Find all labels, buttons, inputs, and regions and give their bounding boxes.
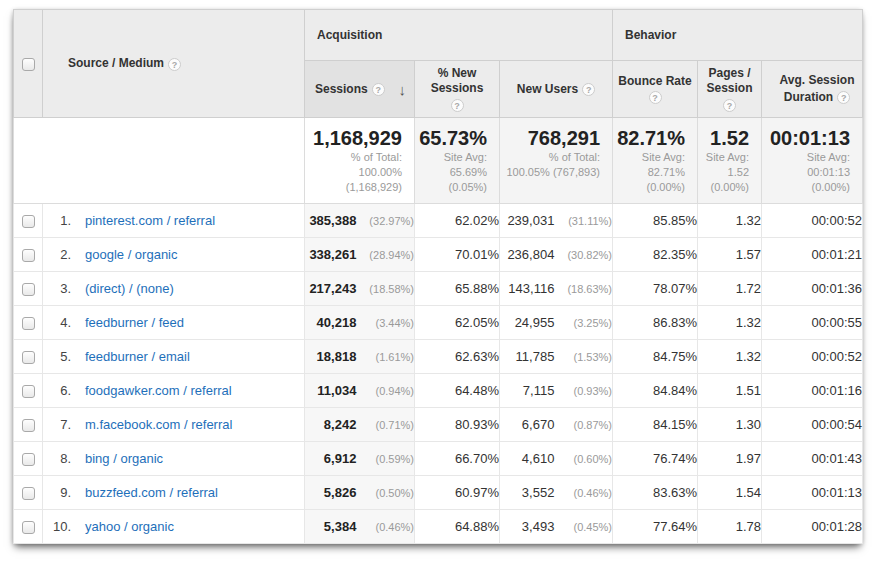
row-checkbox-cell (14, 373, 43, 407)
pct-new-sessions-cell: 64.48% (415, 373, 500, 407)
new-users-cell: 3,552 (0.46%) (500, 475, 613, 509)
row-checkbox[interactable] (22, 317, 35, 330)
source-medium-link[interactable]: buzzfeed.com / referral (85, 485, 218, 500)
pages-session-cell: 1.57 (698, 237, 762, 271)
table-row: 6.foodgawker.com / referral 11,034 (0.94… (14, 373, 863, 407)
table-row: 4.feedburner / feed 40,218 (3.44%) 62.05… (14, 305, 863, 339)
row-checkbox[interactable] (22, 385, 35, 398)
source-medium-link[interactable]: foodgawker.com / referral (85, 383, 232, 398)
row-checkbox[interactable] (22, 419, 35, 432)
table-row: 3.(direct) / (none) 217,243 (18.58%) 65.… (14, 271, 863, 305)
column-header-bounce-rate[interactable]: Bounce Rate ? (613, 61, 698, 118)
bounce-rate-cell: 82.35% (613, 237, 698, 271)
analytics-table: Source / Medium? Acquisition Behavior Se… (13, 9, 862, 544)
table-row: 2.google / organic 338,261 (28.94%) 70.0… (14, 237, 863, 271)
row-checkbox[interactable] (22, 283, 35, 296)
row-checkbox[interactable] (22, 351, 35, 364)
row-checkbox-cell (14, 339, 43, 373)
source-medium-link[interactable]: google / organic (85, 247, 178, 262)
select-all-checkbox[interactable] (22, 58, 35, 71)
row-checkbox-cell (14, 305, 43, 339)
source-medium-link[interactable]: bing / organic (85, 451, 163, 466)
new-users-percent: (0.45%) (558, 521, 612, 533)
bounce-rate-cell: 83.63% (613, 475, 698, 509)
summary-pct-new-sessions-value: 65.73% (419, 127, 487, 149)
sessions-percent: (0.71%) (360, 419, 414, 431)
bounce-rate-cell: 78.07% (613, 271, 698, 305)
new-users-value: 4,610 (522, 451, 555, 466)
summary-label-cell (14, 118, 305, 204)
help-icon[interactable]: ? (168, 58, 181, 71)
source-medium-link[interactable]: pinterest.com / referral (85, 213, 215, 228)
sessions-value: 5,826 (324, 485, 357, 500)
help-icon[interactable]: ? (372, 83, 385, 96)
new-users-cell: 24,955 (3.25%) (500, 305, 613, 339)
column-header-sessions[interactable]: Sessions? ↓ (305, 61, 415, 118)
sessions-value: 6,912 (324, 451, 357, 466)
source-medium-link[interactable]: feedburner / feed (85, 315, 184, 330)
sessions-value: 385,388 (309, 213, 356, 228)
row-rank: 2. (43, 247, 71, 262)
bounce-rate-cell: 84.84% (613, 373, 698, 407)
source-medium-cell: 6.foodgawker.com / referral (43, 373, 305, 407)
source-medium-link[interactable]: m.facebook.com / referral (85, 417, 232, 432)
source-medium-link[interactable]: feedburner / email (85, 349, 190, 364)
bounce-rate-label: Bounce Rate (618, 74, 691, 88)
source-medium-cell: 2.google / organic (43, 237, 305, 271)
sessions-percent: (0.94%) (360, 385, 414, 397)
sort-descending-icon: ↓ (399, 81, 407, 98)
source-medium-cell: 5.feedburner / email (43, 339, 305, 373)
row-rank: 3. (43, 281, 71, 296)
source-medium-link[interactable]: (direct) / (none) (85, 281, 174, 296)
sessions-percent: (1.61%) (360, 351, 414, 363)
summary-bounce-rate-value: 82.71% (617, 127, 685, 149)
help-icon[interactable]: ? (649, 91, 662, 104)
pct-new-sessions-cell: 65.88% (415, 271, 500, 305)
pct-new-sessions-cell: 62.05% (415, 305, 500, 339)
column-header-pages-session[interactable]: Pages / Session ? (698, 61, 762, 118)
source-medium-link[interactable]: yahoo / organic (85, 519, 174, 534)
new-users-percent: (1.53%) (558, 351, 612, 363)
bounce-rate-cell: 77.64% (613, 509, 698, 543)
new-users-cell: 239,031 (31.11%) (500, 203, 613, 237)
sessions-value: 11,034 (317, 383, 356, 398)
pages-session-cell: 1.72 (698, 271, 762, 305)
row-checkbox[interactable] (22, 487, 35, 500)
summary-bounce-rate: 82.71% Site Avg: 82.71% (0.00%) (613, 118, 698, 204)
column-header-avg-session-duration[interactable]: Avg. Session Duration? (762, 61, 863, 118)
table-row: 5.feedburner / email 18,818 (1.61%) 62.6… (14, 339, 863, 373)
help-icon[interactable]: ? (451, 99, 464, 112)
row-checkbox[interactable] (22, 249, 35, 262)
avg-session-duration-cell: 00:00:55 (762, 305, 863, 339)
column-header-source-medium[interactable]: Source / Medium? (43, 10, 305, 118)
behavior-label: Behavior (625, 28, 676, 42)
summary-pct-new-sessions: 65.73% Site Avg: 65.69% (0.05%) (415, 118, 500, 204)
sessions-cell: 40,218 (3.44%) (305, 305, 415, 339)
table-row: 1.pinterest.com / referral 385,388 (32.9… (14, 203, 863, 237)
new-users-cell: 7,115 (0.93%) (500, 373, 613, 407)
sessions-cell: 6,912 (0.59%) (305, 441, 415, 475)
column-header-new-users[interactable]: New Users? (500, 61, 613, 118)
row-checkbox-cell (14, 441, 43, 475)
new-users-cell: 6,670 (0.87%) (500, 407, 613, 441)
help-icon[interactable]: ? (723, 99, 736, 112)
bounce-rate-cell: 76.74% (613, 441, 698, 475)
sessions-value: 40,218 (317, 315, 357, 330)
sessions-percent: (0.59%) (360, 453, 414, 465)
pages-session-label: Pages / Session (707, 66, 753, 95)
table-row: 10.yahoo / organic 5,384 (0.46%) 64.88% … (14, 509, 863, 543)
source-medium-cell: 4.feedburner / feed (43, 305, 305, 339)
row-rank: 9. (43, 485, 71, 500)
help-icon[interactable]: ? (837, 91, 850, 104)
help-icon[interactable]: ? (582, 83, 595, 96)
summary-row: 1,168,929 % of Total: 100.00% (1,168,929… (14, 118, 863, 204)
sessions-value: 338,261 (309, 247, 356, 262)
avg-session-duration-cell: 00:00:54 (762, 407, 863, 441)
pages-session-cell: 1.30 (698, 407, 762, 441)
source-medium-cell: 3.(direct) / (none) (43, 271, 305, 305)
row-checkbox[interactable] (22, 215, 35, 228)
row-checkbox[interactable] (22, 453, 35, 466)
row-checkbox-cell (14, 237, 43, 271)
row-checkbox[interactable] (22, 521, 35, 534)
column-header-pct-new-sessions[interactable]: % New Sessions ? (415, 61, 500, 118)
